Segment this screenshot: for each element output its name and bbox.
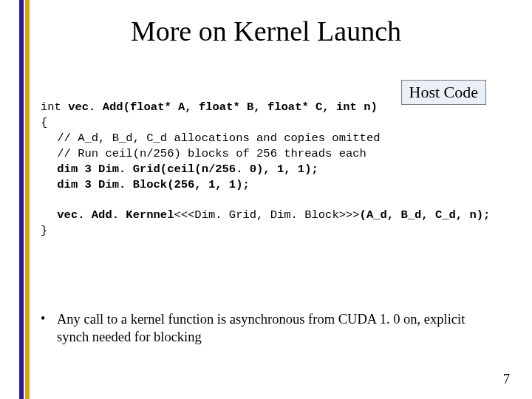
code-call-plain: <<<Dim. Grid, Dim. Block>>> xyxy=(174,208,359,222)
code-block: int vec. Add(float* A, float* B, float* … xyxy=(41,100,502,239)
code-dim-block: dim 3 Dim. Block(256, 1, 1); xyxy=(57,177,249,193)
code-kernel-call: vec. Add. Kernnel<<<Dim. Grid, Dim. Bloc… xyxy=(57,208,490,223)
code-call-b2: (A_d, B_d, C_d, n); xyxy=(360,208,491,222)
slide: More on Kernel Launch Host Code int vec.… xyxy=(0,0,532,399)
code-dim-grid: dim 3 Dim. Grid(ceil(n/256. 0), 1, 1); xyxy=(57,162,318,177)
bullet-text: Any call to a kernel function is asynchr… xyxy=(57,310,488,346)
code-comment-2: // Run ceil(n/256) blocks of 256 threads… xyxy=(57,146,366,162)
accent-stripe-orange xyxy=(25,0,30,399)
code-open-brace: { xyxy=(41,116,47,129)
code-comment-1: // A_d, B_d, C_d allocations and copies … xyxy=(57,131,380,146)
code-sig-bold: vec. Add(float* A, float* B, float* C, i… xyxy=(68,100,378,114)
page-number: 7 xyxy=(503,372,510,387)
slide-title: More on Kernel Launch xyxy=(0,15,532,47)
accent-stripe-purple xyxy=(19,0,24,399)
code-call-b1: vec. Add. Kernnel xyxy=(57,208,174,222)
code-sig-plain: int xyxy=(41,100,68,114)
bullet-mark: • xyxy=(41,310,57,346)
bullet-item: • Any call to a kernel function is async… xyxy=(41,310,488,346)
code-close-brace: } xyxy=(41,224,47,237)
